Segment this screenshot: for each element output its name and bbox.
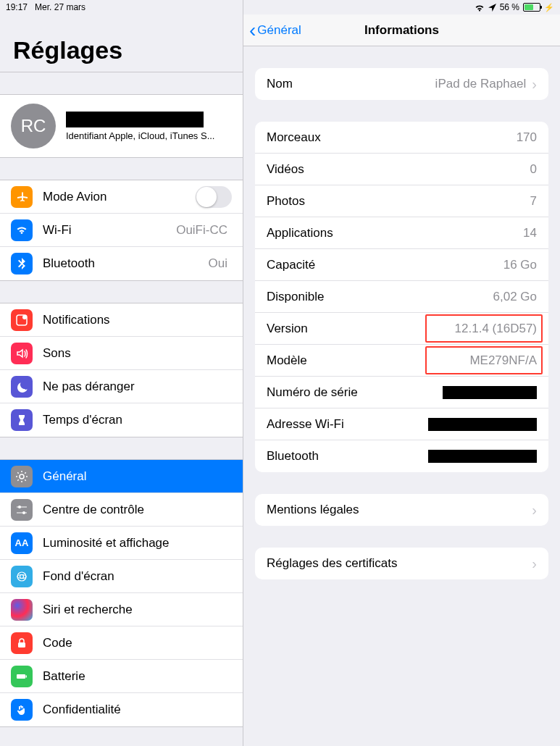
svg-rect-10 xyxy=(18,642,25,647)
nav-bar: ‹ Général Informations xyxy=(243,14,560,46)
sidebar-item-label: Temps d'écran xyxy=(43,413,232,427)
sounds-icon xyxy=(11,343,33,364)
display-icon: AA xyxy=(11,532,33,554)
sidebar-item-label: Notifications xyxy=(43,313,232,327)
sidebar-item-label: Wi-Fi xyxy=(43,223,176,238)
wifi-icon xyxy=(475,4,485,12)
sidebar-item-dnd[interactable]: Ne pas déranger xyxy=(0,370,243,403)
row-capacity: Capacité 16 Go xyxy=(255,249,548,281)
profile-subtitle: Identifiant Apple, iCloud, iTunes S... xyxy=(66,130,232,141)
sidebar-item-screentime[interactable]: Temps d'écran xyxy=(0,403,243,437)
svg-point-2 xyxy=(20,474,24,479)
sidebar-item-label: Général xyxy=(43,469,232,484)
sidebar-item-label: Luminosité et affichage xyxy=(43,536,232,550)
wifi-icon xyxy=(11,219,33,241)
row-version: Version 12.1.4 (16D57) xyxy=(255,313,548,345)
sidebar-item-wallpaper[interactable]: Fond d'écran xyxy=(0,560,243,593)
status-time: 19:17 xyxy=(6,2,28,12)
settings-sidebar: Réglages RC Identifiant Apple, iCloud, i… xyxy=(0,0,243,746)
bluetooth-icon xyxy=(11,253,33,274)
sidebar-item-label: Code xyxy=(43,636,232,650)
gear-icon xyxy=(11,466,33,487)
sidebar-item-privacy[interactable]: Confidentialité xyxy=(0,693,243,726)
airplane-icon xyxy=(11,186,33,208)
sidebar-item-label: Bluetooth xyxy=(43,256,209,271)
wifi-value: OuiFi-CC xyxy=(176,223,227,238)
sidebar-item-label: Fond d'écran xyxy=(43,569,232,584)
sidebar-item-label: Mode Avion xyxy=(43,190,196,204)
value-name: iPad de Raphael xyxy=(435,77,527,91)
apple-id-row[interactable]: RC Identifiant Apple, iCloud, iTunes S..… xyxy=(0,94,243,158)
chevron-right-icon: › xyxy=(532,556,537,572)
row-serial: Numéro de série xyxy=(255,377,548,408)
row-songs: Morceaux 170 xyxy=(255,122,548,154)
avatar: RC xyxy=(11,104,56,148)
detail-panel: ‹ Général Informations Nom iPad de Rapha… xyxy=(243,0,560,746)
location-icon xyxy=(488,4,496,12)
status-date: Mer. 27 mars xyxy=(35,2,85,12)
sidebar-item-siri[interactable]: Siri et recherche xyxy=(0,593,243,626)
row-legal[interactable]: Mentions légales › xyxy=(255,494,548,526)
sliders-icon xyxy=(11,499,33,521)
chevron-left-icon: ‹ xyxy=(249,20,256,41)
row-available: Disponible 6,02 Go xyxy=(255,281,548,313)
wallpaper-icon xyxy=(11,566,33,587)
label-name: Nom xyxy=(267,77,435,91)
svg-rect-11 xyxy=(17,674,25,679)
hand-icon xyxy=(11,699,33,721)
hourglass-icon xyxy=(11,409,33,431)
battery-icon xyxy=(523,3,540,12)
sidebar-item-label: Sons xyxy=(43,346,232,361)
battery-icon xyxy=(11,666,33,687)
sidebar-item-label: Confidentialité xyxy=(43,703,232,717)
sidebar-item-label: Centre de contrôle xyxy=(43,503,232,517)
serial-redacted xyxy=(443,386,537,399)
page-title: Informations xyxy=(364,23,439,38)
svg-point-8 xyxy=(20,574,24,578)
sidebar-item-sounds[interactable]: Sons xyxy=(0,337,243,370)
profile-name-redacted xyxy=(66,112,204,127)
row-bt-addr: Bluetooth xyxy=(255,440,548,472)
notifications-icon xyxy=(11,309,33,331)
bt-addr-redacted xyxy=(428,450,537,463)
chevron-right-icon: › xyxy=(532,502,537,519)
wifi-addr-redacted xyxy=(428,418,537,431)
battery-pct: 56 % xyxy=(500,2,519,12)
back-label: Général xyxy=(257,23,301,38)
sidebar-item-bluetooth[interactable]: Bluetooth Oui xyxy=(0,247,243,280)
row-wifi-addr: Adresse Wi-Fi xyxy=(255,408,548,440)
airplane-toggle[interactable] xyxy=(196,186,232,208)
sidebar-item-general[interactable]: Général xyxy=(0,460,243,493)
svg-point-7 xyxy=(17,572,26,581)
sidebar-item-wifi[interactable]: Wi-Fi OuiFi-CC xyxy=(0,214,243,247)
sidebar-item-airplane[interactable]: Mode Avion xyxy=(0,180,243,214)
row-name[interactable]: Nom iPad de Raphael › xyxy=(255,68,548,100)
moon-icon xyxy=(11,376,33,398)
svg-point-9 xyxy=(17,574,26,578)
chevron-right-icon: › xyxy=(532,76,537,93)
sidebar-item-passcode[interactable]: Code xyxy=(0,626,243,660)
status-bar: 19:17 Mer. 27 mars 56 % ⚡ xyxy=(0,0,560,14)
row-cert[interactable]: Réglages des certificats › xyxy=(255,548,548,579)
sidebar-item-notifications[interactable]: Notifications xyxy=(0,303,243,337)
svg-rect-12 xyxy=(26,675,28,677)
row-apps: Applications 14 xyxy=(255,217,548,249)
charging-icon: ⚡ xyxy=(544,3,554,12)
sidebar-item-display[interactable]: AA Luminosité et affichage xyxy=(0,527,243,560)
sidebar-item-controlcenter[interactable]: Centre de contrôle xyxy=(0,493,243,527)
sidebar-item-label: Ne pas déranger xyxy=(43,380,232,394)
sidebar-item-battery[interactable]: Batterie xyxy=(0,660,243,693)
bluetooth-value: Oui xyxy=(209,256,227,271)
sidebar-item-label: Batterie xyxy=(43,669,232,684)
svg-point-1 xyxy=(22,315,27,319)
sidebar-item-label: Siri et recherche xyxy=(43,603,232,617)
back-button[interactable]: ‹ Général xyxy=(249,14,301,46)
lock-icon xyxy=(11,632,33,654)
row-photos: Photos 7 xyxy=(255,185,548,217)
settings-title: Réglages xyxy=(0,14,243,72)
row-model: Modèle ME279NF/A xyxy=(255,345,548,377)
row-videos: Vidéos 0 xyxy=(255,154,548,185)
siri-icon xyxy=(11,599,33,621)
